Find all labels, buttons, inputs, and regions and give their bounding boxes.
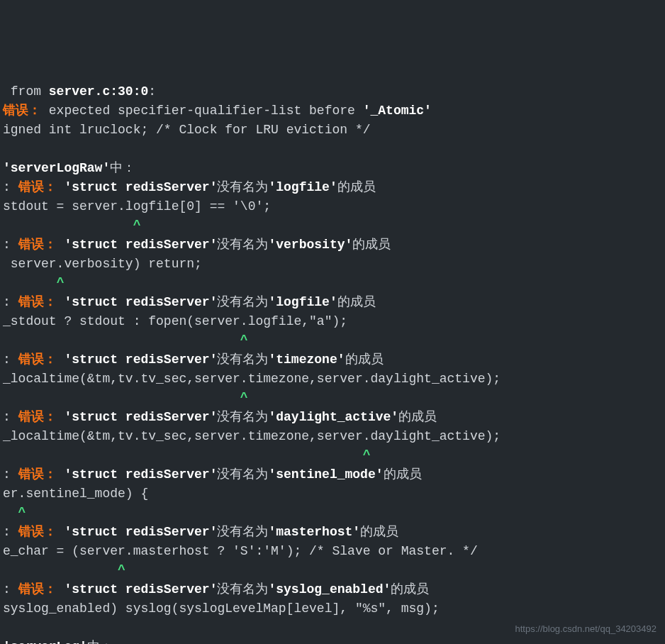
plain-text: _localtime(&tm,tv.tv_sec,server.timezone… (3, 372, 501, 386)
plain-text: stdout = server.logfile[0] == '\0'; (3, 199, 271, 213)
terminal-line: e_char = (server.masterhost ? 'S':'M'); … (0, 542, 665, 561)
plain-text: : (3, 525, 18, 539)
terminal-line: ^ (0, 389, 665, 408)
terminal-line: : 错误： 'struct redisServer'没有名为'timezone'… (0, 350, 665, 370)
plain-text: _localtime(&tm,tv.tv_sec,server.timezone… (3, 429, 501, 443)
plain-text: 没有名为 (217, 238, 268, 252)
error-label: 错误： (18, 295, 57, 309)
terminal-line: _stdout ? stdout : fopen(server.logfile,… (0, 312, 665, 331)
plain-text: : (3, 238, 18, 252)
terminal-line: stdout = server.logfile[0] == '\0'; (0, 197, 665, 216)
error-label: 错误： (18, 525, 57, 539)
plain-text (3, 448, 363, 462)
caret-marker: ^ (57, 276, 65, 290)
terminal-line: from server.c:30:0: (0, 82, 665, 101)
terminal-line: 'serverLog'中： (0, 638, 665, 644)
highlight-text: 'struct redisServer' (64, 180, 217, 194)
error-label: 错误： (18, 180, 57, 194)
terminal-line: ^ (0, 331, 665, 350)
error-label: 错误： (18, 238, 57, 252)
plain-text: 没有名为 (217, 582, 268, 596)
plain-text: 的成员 (345, 352, 384, 367)
plain-text (3, 563, 118, 577)
plain-text (3, 506, 18, 520)
error-label: 错误： (3, 104, 41, 118)
terminal-line: : 错误： 'struct redisServer'没有名为'sentinel_… (0, 465, 665, 484)
plain-text: 的成员 (384, 467, 422, 482)
highlight-text: 'struct redisServer' (64, 238, 217, 252)
plain-text (3, 621, 11, 635)
plain-text (3, 391, 240, 405)
highlight-text: 'serverLog' (3, 640, 87, 644)
terminal-line: : 错误： 'struct redisServer'没有名为'verbosity… (0, 235, 665, 255)
watermark: https://blog.csdn.net/qq_34203492 (515, 622, 657, 636)
plain-text (3, 218, 133, 233)
plain-text: : (3, 352, 18, 367)
caret-marker: ^ (363, 448, 371, 462)
plain-text: 的成员 (391, 582, 429, 596)
plain-text: er.sentinel_mode) { (3, 487, 148, 501)
plain-text: e_char = (server.masterhost ? 'S':'M'); … (3, 544, 478, 558)
plain-text: 的成员 (398, 410, 437, 424)
plain-text: 中： (87, 640, 113, 644)
plain-text (57, 467, 65, 482)
highlight-text: 'logfile' (268, 180, 337, 194)
terminal-line: igned int lruclock; /* Clock for LRU evi… (0, 121, 665, 140)
caret-marker: ^ (133, 218, 141, 233)
highlight-text: 'struct redisServer' (64, 582, 217, 596)
plain-text (57, 238, 65, 252)
plain-text: : (3, 410, 18, 424)
highlight-text: 'struct redisServer' (64, 295, 217, 309)
terminal-line: ^ (0, 504, 665, 523)
terminal-line: : 错误： 'struct redisServer'没有名为'syslog_en… (0, 580, 665, 599)
terminal-line: er.sentinel_mode) { (0, 484, 665, 504)
caret-marker: ^ (118, 563, 125, 577)
error-label: 错误： (18, 410, 57, 424)
plain-text: 没有名为 (217, 295, 268, 309)
highlight-text: server.c:30:0 (49, 84, 148, 99)
highlight-text: 'serverLogRaw' (3, 161, 110, 175)
terminal-line: server.verbosity) return; (0, 255, 665, 274)
plain-text: 的成员 (337, 180, 376, 194)
terminal-line: ^ (0, 561, 665, 580)
caret-marker: ^ (18, 506, 26, 520)
plain-text: syslog_enabled) syslog(syslogLevelMap[le… (3, 601, 440, 616)
highlight-text: 'syslog_enabled' (268, 582, 391, 596)
highlight-text: '_Atomic' (363, 104, 432, 118)
plain-text (57, 352, 65, 367)
plain-text: expected specifier-qualifier-list before (41, 104, 363, 118)
highlight-text: 'struct redisServer' (64, 467, 217, 482)
highlight-text: 'timezone' (268, 352, 345, 367)
plain-text: : (148, 84, 156, 99)
highlight-text: 'sentinel_mode' (268, 467, 383, 482)
plain-text: 的成员 (352, 238, 391, 252)
highlight-text: 'daylight_active' (268, 410, 398, 424)
plain-text (3, 276, 57, 290)
terminal-output: from server.c:30:0:错误： expected specifie… (0, 82, 665, 644)
terminal-line: : 错误： 'struct redisServer'没有名为'daylight_… (0, 408, 665, 427)
plain-text: 的成员 (337, 295, 376, 309)
highlight-text: 'masterhost' (268, 525, 360, 539)
highlight-text: 'struct redisServer' (64, 410, 217, 424)
plain-text: from (3, 84, 49, 99)
terminal-line: : 错误： 'struct redisServer'没有名为'masterhos… (0, 523, 665, 542)
plain-text: 没有名为 (217, 352, 268, 367)
plain-text (57, 410, 65, 424)
plain-text: igned int lruclock; /* Clock for LRU evi… (3, 123, 370, 137)
plain-text (57, 295, 65, 309)
plain-text: _stdout ? stdout : fopen(server.logfile,… (3, 314, 347, 328)
error-label: 错误： (18, 352, 57, 367)
terminal-line: : 错误： 'struct redisServer'没有名为'logfile'的… (0, 293, 665, 312)
highlight-text: 'struct redisServer' (64, 352, 217, 367)
plain-text: 没有名为 (217, 525, 268, 539)
error-label: 错误： (18, 467, 57, 482)
plain-text: : (3, 180, 18, 194)
highlight-text: 'logfile' (268, 295, 337, 309)
terminal-line: _localtime(&tm,tv.tv_sec,server.timezone… (0, 370, 665, 389)
terminal-line: ^ (0, 216, 665, 235)
plain-text: 没有名为 (217, 410, 268, 424)
plain-text (3, 142, 11, 156)
plain-text: : (3, 582, 18, 596)
terminal-line: ^ (0, 274, 665, 293)
plain-text: 没有名为 (217, 467, 268, 482)
